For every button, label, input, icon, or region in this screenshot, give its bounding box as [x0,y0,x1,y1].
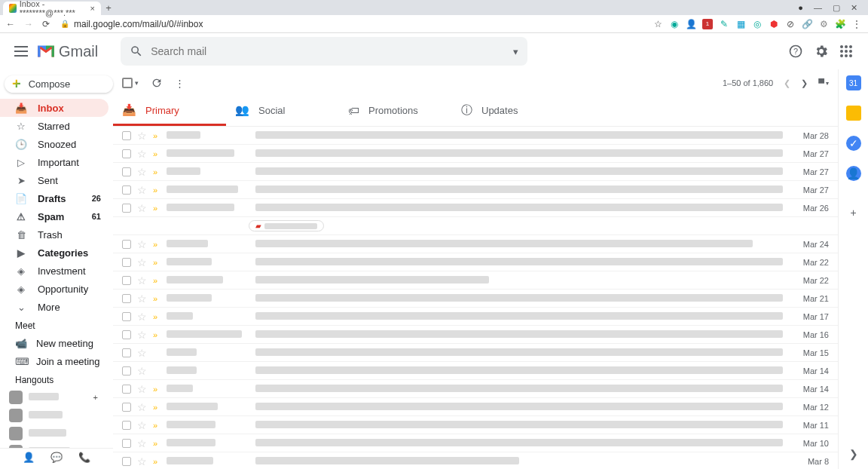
ext-icon[interactable]: ⚙ [818,19,829,29]
ext-icon[interactable]: ◎ [752,19,763,29]
sidebar-item-important[interactable]: ▷Important [0,153,108,171]
sidebar-item-snoozed[interactable]: 🕒Snoozed [0,135,108,153]
email-list[interactable]: ☆ » Mar 28 ☆ » Mar 27 ☆ » Mar 27 ☆ » Mar… [113,127,838,469]
star-icon[interactable]: ☆ [137,401,147,413]
email-row[interactable]: ☆ Mar 15 [113,344,838,362]
browser-menu-icon[interactable]: ⋮ [851,19,862,29]
next-page-button[interactable]: ❯ [801,78,808,88]
star-icon[interactable]: ☆ [137,256,147,268]
meet-item-join-a-meeting[interactable]: ⌨Join a meeting [0,352,113,370]
ext-icon[interactable]: 1 [702,19,713,29]
row-checkbox[interactable] [122,366,131,376]
star-icon[interactable]: ☆ [137,311,147,323]
row-checkbox[interactable] [122,421,131,430]
important-marker-icon[interactable]: » [153,204,160,213]
attachment-row[interactable]: ▰ [113,217,838,235]
collapse-sidepanel-icon[interactable]: ❯ [846,446,861,461]
record-icon[interactable]: ● [798,3,803,13]
star-icon[interactable]: ☆ [137,274,147,287]
row-checkbox[interactable] [122,185,131,195]
important-marker-icon[interactable]: » [153,403,160,412]
email-row[interactable]: ☆ » Mar 27 [113,181,838,199]
hangouts-conversations-icon[interactable]: 💬 [50,452,63,463]
row-checkbox[interactable] [122,439,131,448]
tab-promotions[interactable]: 🏷Promotions [339,97,452,126]
star-icon[interactable]: ☆ [137,347,147,359]
email-row[interactable]: ☆ » Mar 11 [113,416,838,434]
hangouts-contacts-icon[interactable]: 👤 [23,452,35,463]
row-checkbox[interactable] [122,240,131,249]
email-row[interactable]: ☆ » Mar 22 [113,253,838,271]
row-checkbox[interactable] [122,149,131,158]
row-checkbox[interactable] [122,330,131,339]
important-marker-icon[interactable]: » [153,294,160,303]
refresh-button[interactable] [151,77,163,89]
input-tools-icon[interactable]: ▀▾ [818,78,829,87]
select-all-checkbox[interactable] [122,78,133,88]
important-marker-icon[interactable]: » [153,149,160,158]
email-row[interactable]: ☆ » Mar 8 [113,452,838,469]
email-row[interactable]: ☆ » Mar 16 [113,326,838,344]
tasks-icon[interactable]: ✓ [846,136,861,151]
gmail-logo[interactable]: Gmail [36,43,98,60]
important-marker-icon[interactable]: » [153,276,160,285]
row-checkbox[interactable] [122,403,131,412]
prev-page-button[interactable]: ❮ [784,78,790,88]
star-icon[interactable]: ☆ [137,329,147,341]
ext-icon[interactable]: ▦ [735,19,746,29]
star-icon[interactable]: ☆ [137,419,147,431]
email-row[interactable]: ☆ » Mar 12 [113,398,838,416]
row-checkbox[interactable] [122,276,131,285]
ext-icon[interactable]: ⬢ [769,19,779,29]
sidebar-item-more[interactable]: ⌄More [0,298,108,316]
important-marker-icon[interactable]: » [153,167,160,176]
address-bar[interactable]: 🔒 mail.google.com/mail/u/0/#inbox [56,19,646,29]
star-icon[interactable]: ☆ [137,365,147,377]
star-icon[interactable]: ☆ [137,184,147,196]
hangout-contact[interactable]: + [0,388,113,406]
forward-button[interactable]: → [24,19,33,29]
sidebar-item-sent[interactable]: ➤Sent [0,171,108,189]
star-icon[interactable]: ☆ [137,437,147,449]
row-checkbox[interactable] [122,294,131,303]
keep-icon[interactable] [846,106,861,121]
sidebar-item-investment[interactable]: ◈Investment [0,262,108,280]
row-checkbox[interactable] [122,385,131,394]
ext-icon[interactable]: ◉ [669,19,680,29]
search-options-icon[interactable]: ▾ [513,46,518,57]
close-window-button[interactable]: ✕ [851,3,857,13]
important-marker-icon[interactable]: » [153,240,160,249]
sidebar-item-categories[interactable]: ▶Categories [0,244,108,262]
search-bar[interactable]: ▾ [121,37,527,66]
important-marker-icon[interactable]: » [153,385,160,394]
email-row[interactable]: ☆ » Mar 26 [113,199,838,217]
browser-tab[interactable]: Inbox - ********@***.*** × [3,2,101,15]
important-marker-icon[interactable]: » [153,258,160,267]
extensions-icon[interactable]: 🧩 [835,19,845,29]
tab-updates[interactable]: ⓘUpdates [452,97,565,126]
back-button[interactable]: ← [6,19,15,29]
addons-icon[interactable]: + [846,205,861,220]
row-checkbox[interactable] [122,457,131,466]
star-icon[interactable]: ☆ [137,383,147,395]
sidebar-item-spam[interactable]: ⚠Spam61 [0,207,108,225]
calendar-icon[interactable]: 31 [846,75,861,90]
row-checkbox[interactable] [122,131,131,140]
row-checkbox[interactable] [122,258,131,267]
tab-primary[interactable]: 📥Primary [113,97,226,126]
email-row[interactable]: ☆ » Mar 24 [113,235,838,253]
star-icon[interactable]: ☆ [137,455,147,467]
email-row[interactable]: ☆ » Mar 10 [113,434,838,452]
email-row[interactable]: ☆ » Mar 28 [113,127,838,145]
more-button[interactable]: ⋮ [175,78,185,89]
email-row[interactable]: ☆ » Mar 27 [113,163,838,181]
hangout-contact[interactable] [0,406,113,425]
star-icon[interactable]: ☆ [137,238,147,250]
meet-item-new-meeting[interactable]: 📹New meeting [0,334,113,352]
search-input[interactable] [151,45,506,57]
important-marker-icon[interactable]: » [153,439,160,448]
settings-icon[interactable] [814,44,829,59]
compose-button[interactable]: + Compose [5,75,113,93]
row-checkbox[interactable] [122,167,131,176]
close-tab-icon[interactable]: × [90,4,95,13]
